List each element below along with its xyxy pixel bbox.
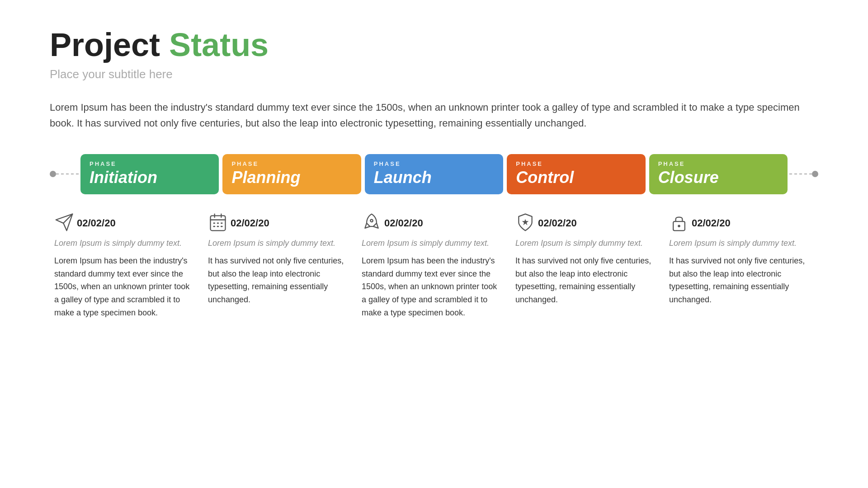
- phase-blocks: PHASE Initiation PHASE Planning PHASE La…: [79, 154, 789, 194]
- timeline-dashes-left: [56, 174, 79, 174]
- rocket-icon: [362, 212, 382, 234]
- phase-label: PHASE: [231, 160, 352, 167]
- page-title: Project Status: [50, 27, 818, 63]
- timeline-row: PHASE Initiation PHASE Planning PHASE La…: [50, 154, 818, 194]
- timeline-dashes-right: [789, 174, 812, 174]
- card-body: Lorem Ipsum has been the industry's stan…: [54, 254, 194, 319]
- card-date: 02/02/20: [77, 217, 116, 229]
- card-icon-date: 02/02/20: [515, 212, 656, 234]
- timeline-dot-right: [812, 171, 818, 177]
- card-icon-date: 02/02/20: [54, 212, 194, 234]
- card-subtitle: Lorem Ipsum is simply dummy text.: [515, 238, 656, 249]
- card-body: It has survived not only five centuries,…: [669, 254, 809, 306]
- subtitle: Place your subtitle here: [50, 67, 818, 81]
- svg-point-10: [678, 225, 680, 227]
- phase-card-control: 02/02/20 Lorem Ipsum is simply dummy tex…: [511, 212, 665, 319]
- description: Lorem Ipsum has been the industry's stan…: [50, 99, 818, 131]
- phase-card-initiation: 02/02/20 Lorem Ipsum is simply dummy tex…: [50, 212, 203, 319]
- card-subtitle: Lorem Ipsum is simply dummy text.: [669, 238, 809, 249]
- card-body: It has survived not only five centuries,…: [515, 254, 656, 306]
- phase-card-launch: 02/02/20 Lorem Ipsum is simply dummy tex…: [357, 212, 511, 319]
- card-date: 02/02/20: [384, 217, 423, 229]
- phase-name: Closure: [658, 168, 778, 187]
- phase-label: PHASE: [516, 160, 636, 167]
- card-subtitle: Lorem Ipsum is simply dummy text.: [362, 238, 502, 249]
- phase-block-planning: PHASE Planning: [222, 154, 361, 194]
- phase-block-closure: PHASE Closure: [649, 154, 788, 194]
- phase-name: Initiation: [90, 168, 210, 187]
- card-subtitle: Lorem Ipsum is simply dummy text.: [54, 238, 194, 249]
- phase-block-launch: PHASE Launch: [365, 154, 503, 194]
- card-body: It has survived not only five centuries,…: [208, 254, 348, 306]
- phase-name: Control: [516, 168, 636, 187]
- phase-card-planning: 02/02/20 Lorem Ipsum is simply dummy tex…: [203, 212, 357, 319]
- card-date: 02/02/20: [538, 217, 577, 229]
- card-body: Lorem Ipsum has been the industry's stan…: [362, 254, 502, 319]
- cards-row: 02/02/20 Lorem Ipsum is simply dummy tex…: [50, 212, 818, 319]
- title-black: Project: [50, 27, 160, 63]
- card-icon-date: 02/02/20: [669, 212, 809, 234]
- calendar-icon: [208, 212, 228, 234]
- phase-label: PHASE: [374, 160, 494, 167]
- card-icon-date: 02/02/20: [208, 212, 348, 234]
- phase-label: PHASE: [90, 160, 210, 167]
- svg-marker-8: [522, 219, 529, 225]
- card-date: 02/02/20: [692, 217, 731, 229]
- svg-point-7: [370, 219, 373, 222]
- shield-icon: [515, 212, 535, 234]
- card-date: 02/02/20: [231, 217, 269, 229]
- phase-block-control: PHASE Control: [507, 154, 645, 194]
- phase-card-closure: 02/02/20 Lorem Ipsum is simply dummy tex…: [665, 212, 818, 319]
- phase-name: Planning: [231, 168, 352, 187]
- timeline-dot-left: [50, 171, 56, 177]
- phase-name: Launch: [374, 168, 494, 187]
- phase-label: PHASE: [658, 160, 778, 167]
- phase-block-initiation: PHASE Initiation: [80, 154, 219, 194]
- send-icon: [54, 212, 74, 234]
- card-icon-date: 02/02/20: [362, 212, 502, 234]
- lock-icon: [669, 212, 689, 234]
- title-green: Status: [169, 27, 269, 63]
- card-subtitle: Lorem Ipsum is simply dummy text.: [208, 238, 348, 249]
